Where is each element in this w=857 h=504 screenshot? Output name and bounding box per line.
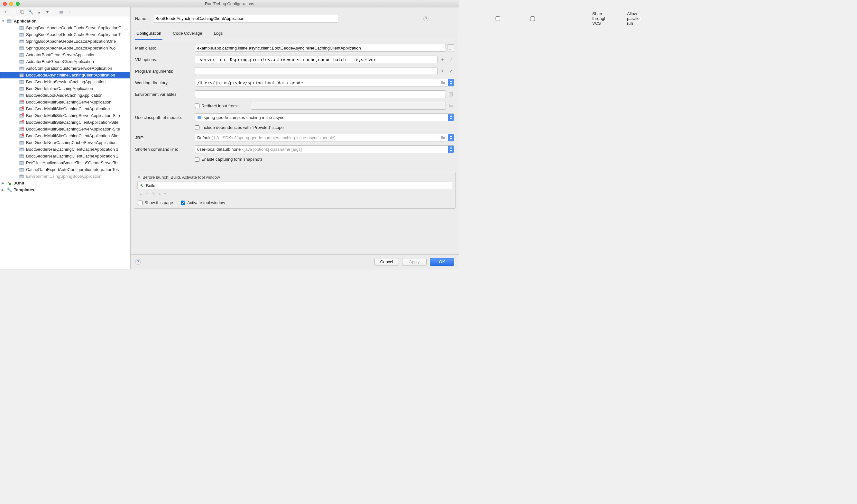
add-icon[interactable]: ＋ (139, 191, 143, 197)
folder-icon[interactable] (440, 134, 447, 141)
tabs: Configuration Code Coverage Logs (131, 28, 459, 40)
maximize-icon[interactable] (16, 2, 20, 6)
expand-icon[interactable]: ⤢ (447, 68, 454, 74)
collapse-icon[interactable]: ▼ (137, 175, 140, 179)
svg-text:✕: ✕ (22, 127, 24, 129)
tree-node-templates[interactable]: ▶🔧Templates (0, 187, 130, 193)
svg-rect-13 (20, 53, 23, 54)
tree-item[interactable]: ✕BootGeodeMultiSiteCachingServerApplicat… (0, 112, 130, 119)
move-down-icon[interactable]: ▾ (45, 9, 50, 15)
configuration-form: Main class: … VM options: ＋ ⤢ Program (131, 40, 459, 168)
help-button[interactable]: ? (135, 259, 141, 265)
jre-select[interactable]: Default (1.8 - SDK of 'spring-geode-samp… (195, 134, 454, 141)
remove-icon[interactable]: − (11, 9, 16, 15)
tree-item[interactable]: BootGeodeAsyncInlineCachingClientApplica… (0, 72, 130, 79)
main-class-input[interactable] (195, 44, 446, 52)
svg-rect-25 (20, 94, 23, 95)
add-icon[interactable]: ＋ (3, 9, 8, 15)
svg-rect-7 (20, 33, 23, 34)
working-dir-input[interactable]: /Users/jblum/pivdev/spring-boot-data-geo… (195, 79, 454, 86)
tree-item[interactable]: BootGeodeNearCachingClientCacheApplicati… (0, 146, 130, 153)
svg-text:✕: ✕ (22, 120, 24, 122)
window-title: Run/Debug Configurations (205, 1, 254, 6)
tab-logs[interactable]: Logs (212, 28, 224, 40)
tree-item[interactable]: AutoConfigurationCustomerServiceApplicat… (0, 65, 130, 72)
tab-configuration[interactable]: Configuration (135, 28, 163, 40)
svg-rect-19 (20, 74, 23, 74)
sort-icon[interactable]: ↓² (67, 9, 72, 15)
insert-macro-icon[interactable]: ＋ (439, 68, 446, 74)
configuration-tree[interactable]: ▼ApplicationSpringBootApacheGeodeCacheSe… (0, 16, 130, 269)
parallel-checkbox[interactable]: Allow parallel run (440, 11, 454, 26)
svg-rect-55 (20, 155, 23, 156)
minimize-icon[interactable] (9, 2, 13, 6)
tree-node-application[interactable]: ▼Application (0, 18, 130, 24)
shorten-select[interactable]: user-local default: none - java [options… (195, 145, 454, 153)
before-launch-panel: ▼ Before launch: Build, Activate tool wi… (134, 172, 455, 209)
folder-icon (447, 102, 454, 109)
cancel-button[interactable]: Cancel (374, 258, 399, 266)
dropdown-icon[interactable] (448, 145, 454, 153)
tree-item[interactable]: BootGeodeInlineCachingApplication (0, 85, 130, 92)
tree-item[interactable]: SpringBootApacheGeodeLocatorApplicationO… (0, 38, 130, 45)
move-up-icon[interactable]: ▴ (158, 191, 161, 197)
dropdown-icon[interactable] (448, 134, 454, 141)
classpath-select[interactable]: spring-geode-samples-caching-inline-asyn… (195, 114, 454, 121)
svg-text:✕: ✕ (22, 100, 24, 102)
sidebar-toolbar: ＋ − 🔧 ▴ ▾ ↓² (0, 7, 130, 16)
insert-macro-icon[interactable]: ＋ (439, 56, 446, 63)
activate-window-checkbox[interactable]: Activate tool window (181, 200, 225, 205)
share-checkbox[interactable]: Share through VCS (405, 11, 420, 26)
name-input[interactable] (153, 15, 338, 22)
ok-button[interactable]: OK (430, 258, 454, 266)
main-class-label: Main class: (135, 46, 195, 50)
snapshots-checkbox[interactable]: Enable capturing form snapshots (195, 157, 263, 162)
edit-icon[interactable]: ✎ (152, 191, 155, 197)
show-page-checkbox[interactable]: Show this page (138, 200, 173, 205)
program-args-input[interactable] (195, 67, 437, 75)
list-item[interactable]: Build (138, 182, 452, 189)
folder-icon[interactable] (59, 9, 64, 15)
tree-item[interactable]: ✕BootGeodeMultiSiteCachingServerApplicat… (0, 126, 130, 133)
wrench-icon[interactable]: 🔧 (28, 9, 33, 15)
jre-value: Default (1.8 - SDK of 'spring-geode-samp… (197, 135, 336, 140)
tree-item[interactable]: BootGeodeNearCachingClientCacheApplicati… (0, 153, 130, 159)
tree-node-junit[interactable]: ▶JUnit (0, 180, 130, 187)
tree-item[interactable]: BootGeodeLookAsideCachingApplication (0, 92, 130, 99)
tab-code-coverage[interactable]: Code Coverage (171, 28, 203, 40)
copy-icon[interactable] (20, 9, 25, 15)
svg-rect-5 (20, 27, 23, 27)
tree-item[interactable]: BootGeodeHttpSessionCachingApplication (0, 79, 130, 85)
tree-item[interactable]: SpringBootApacheGeodeCacheServerApplicat… (0, 24, 130, 31)
remove-icon[interactable]: − (146, 191, 149, 197)
dropdown-icon[interactable] (448, 114, 454, 121)
tree-item[interactable]: PetClinicApplicationSmokeTests$GeodeServ… (0, 159, 130, 166)
tree-item[interactable]: ✕BootGeodeMultiSiteCachingClientApplicat… (0, 133, 130, 139)
tree-item[interactable]: BootGeodeNearCachingCacheServerApplicati… (0, 139, 130, 146)
folder-icon[interactable] (440, 79, 447, 86)
dropdown-icon[interactable] (448, 79, 454, 86)
move-down-icon[interactable]: ▾ (164, 191, 166, 197)
help-icon[interactable]: ? (423, 16, 428, 21)
tree-item[interactable]: CacheDataExportAutoConfigurationIntegrat… (0, 166, 130, 173)
tree-item[interactable]: EnvironmentUsingSpringBootApplication (0, 173, 130, 180)
edit-env-icon[interactable] (447, 91, 454, 98)
tree-item[interactable]: ✕BootGeodeMultiSiteCachingClientApplicat… (0, 105, 130, 112)
tree-item[interactable]: ActuatorBootGeodeServerApplication (0, 51, 130, 58)
close-icon[interactable] (3, 2, 7, 6)
move-up-icon[interactable]: ▴ (36, 9, 41, 15)
tree-item[interactable]: SpringBootApacheGeodeLocatorApplicationT… (0, 45, 130, 51)
redirect-input-checkbox[interactable]: Redirect input from: (195, 104, 250, 108)
provided-scope-checkbox[interactable]: Include dependencies with "Provided" sco… (195, 125, 284, 130)
expand-icon[interactable]: ⤢ (447, 56, 454, 63)
apply-button[interactable]: Apply (402, 258, 426, 266)
tree-item[interactable]: SpringBootApacheGeodeCacheServerApplicat… (0, 31, 130, 38)
tree-item[interactable]: ActuatorBootGeodeClientApplication (0, 58, 130, 65)
tree-item[interactable]: ✕BootGeodeMultiSiteCachingClientApplicat… (0, 119, 130, 126)
browse-main-class-button[interactable]: … (447, 45, 454, 51)
svg-rect-23 (20, 87, 23, 88)
before-launch-list[interactable]: Build (137, 181, 452, 189)
env-vars-input[interactable] (195, 90, 446, 98)
tree-item[interactable]: ✕BootGeodeMultiSiteCachingServerApplicat… (0, 99, 130, 105)
vm-options-input[interactable] (195, 56, 437, 63)
